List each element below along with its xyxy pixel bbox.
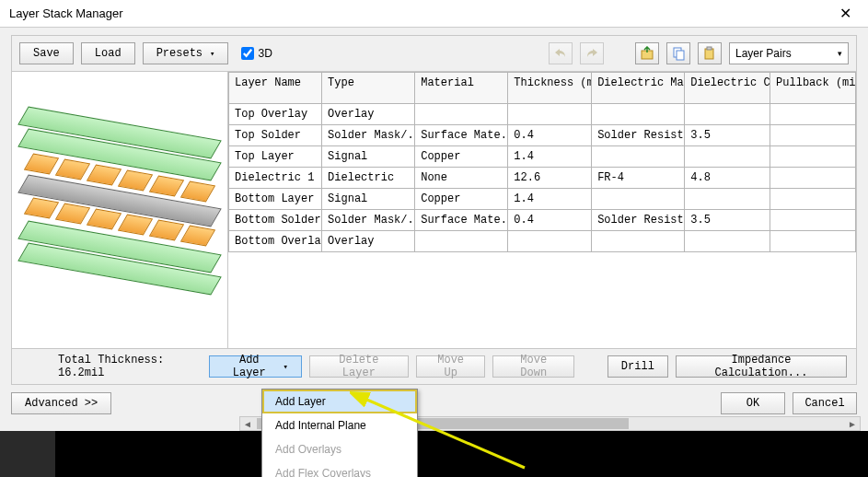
svg-rect-4 (707, 47, 712, 50)
table-cell[interactable]: 0.4 (508, 125, 592, 146)
table-cell[interactable]: 3.5 (685, 125, 770, 146)
table-cell[interactable] (770, 146, 856, 168)
table-row[interactable]: Top SolderSolder Mask/...Surface Mate...… (229, 125, 856, 146)
table-cell[interactable]: Copper (415, 189, 508, 210)
table-cell[interactable]: Bottom Layer (229, 189, 322, 210)
table-cell[interactable] (685, 146, 770, 168)
table-cell[interactable] (770, 189, 856, 210)
table-cell[interactable] (770, 231, 856, 252)
table-cell[interactable]: Solder Resist (592, 210, 685, 231)
table-cell[interactable]: Bottom Overlay (229, 231, 322, 252)
paste-icon[interactable] (698, 42, 722, 64)
table-cell[interactable]: Surface Mate... (415, 210, 508, 231)
column-header[interactable]: Layer Name (229, 73, 322, 104)
table-row[interactable]: Bottom SolderSolder Mask/...Surface Mate… (229, 210, 856, 231)
table-cell[interactable]: 1.4 (508, 146, 592, 168)
menu-item[interactable]: Add Internal Plane (262, 413, 417, 437)
table-cell[interactable]: 0.4 (508, 210, 592, 231)
layer-table-wrap: Layer NameTypeMaterialThickness (mil)Die… (228, 72, 856, 348)
table-cell[interactable]: Signal (322, 146, 415, 168)
save-button[interactable]: Save (19, 42, 74, 64)
table-cell[interactable] (770, 104, 856, 125)
svg-rect-2 (677, 51, 684, 60)
table-cell[interactable]: Top Solder (229, 125, 322, 146)
table-cell[interactable]: Signal (322, 189, 415, 210)
impedance-button[interactable]: Impedance Calculation... (676, 355, 847, 378)
three-d-input[interactable] (241, 47, 254, 60)
layer-pairs-select[interactable]: Layer Pairs ▾ (729, 42, 849, 64)
table-cell[interactable]: Dielectric 1 (229, 168, 322, 189)
table-cell[interactable] (508, 231, 592, 252)
table-cell[interactable]: Top Layer (229, 146, 322, 168)
table-cell[interactable]: Surface Mate... (415, 125, 508, 146)
table-row[interactable]: Top OverlayOverlay (229, 104, 856, 125)
titlebar: Layer Stack Manager ✕ (0, 0, 868, 28)
delete-layer-button[interactable]: Delete Layer (309, 355, 409, 378)
column-header[interactable]: Pullback (mi (770, 73, 856, 104)
table-cell[interactable] (508, 104, 592, 125)
table-cell[interactable] (415, 231, 508, 252)
table-row[interactable]: Dielectric 1DielectricNone12.6FR-44.8 (229, 168, 856, 189)
table-cell[interactable]: Bottom Solder (229, 210, 322, 231)
drill-button[interactable]: Drill (608, 355, 668, 378)
table-cell[interactable] (685, 189, 770, 210)
column-header[interactable]: Dielectric Material (592, 73, 685, 104)
table-row[interactable]: Bottom OverlayOverlay (229, 231, 856, 252)
table-cell[interactable]: Overlay (322, 104, 415, 125)
presets-dropdown[interactable]: Presets (143, 42, 229, 64)
table-cell[interactable] (592, 189, 685, 210)
table-cell[interactable] (592, 231, 685, 252)
table-cell[interactable]: Solder Mask/... (322, 210, 415, 231)
copy-icon[interactable] (666, 42, 690, 64)
advanced-button[interactable]: Advanced >> (11, 392, 111, 414)
menu-item[interactable]: Add Layer (262, 390, 417, 413)
footer: Advanced >> OK Cancel (11, 392, 857, 414)
table-cell[interactable]: FR-4 (592, 168, 685, 189)
table-row[interactable]: Top LayerSignalCopper1.4 (229, 146, 856, 168)
scroll-left-icon[interactable]: ◄ (240, 419, 255, 429)
add-layer-dropdown[interactable]: Add Layer (209, 355, 302, 378)
layer-table[interactable]: Layer NameTypeMaterialThickness (mil)Die… (228, 72, 856, 252)
close-icon[interactable]: ✕ (832, 5, 859, 22)
table-cell[interactable]: Dielectric (322, 168, 415, 189)
table-cell[interactable] (685, 104, 770, 125)
table-cell[interactable]: Copper (415, 146, 508, 168)
table-cell[interactable] (770, 125, 856, 146)
table-cell[interactable] (685, 231, 770, 252)
table-cell[interactable] (592, 104, 685, 125)
table-cell[interactable]: Overlay (322, 231, 415, 252)
scroll-right-icon[interactable]: ► (845, 419, 860, 429)
menu-item: Add Flex Coverlays (262, 461, 417, 477)
table-cell[interactable]: 1.4 (508, 189, 592, 210)
table-cell[interactable]: Top Overlay (229, 104, 322, 125)
table-cell[interactable]: Solder Resist (592, 125, 685, 146)
add-layer-menu[interactable]: Add LayerAdd Internal PlaneAdd OverlaysA… (261, 389, 418, 477)
table-cell[interactable] (592, 146, 685, 168)
import-icon[interactable] (635, 42, 659, 64)
totals-row: Total Thickness: 16.2mil Add Layer Delet… (11, 348, 857, 385)
table-cell[interactable] (770, 168, 856, 189)
column-header[interactable]: Thickness (mil) (508, 73, 592, 104)
move-up-button[interactable]: Move Up (416, 355, 486, 378)
table-cell[interactable]: 12.6 (508, 168, 592, 189)
stack-preview (12, 72, 228, 348)
table-cell[interactable]: 4.8 (685, 168, 770, 189)
table-cell[interactable]: Solder Mask/... (322, 125, 415, 146)
column-header[interactable]: Material (415, 73, 508, 104)
redo-icon[interactable] (580, 42, 604, 64)
load-button[interactable]: Load (81, 42, 135, 64)
total-thickness-label: Total Thickness: 16.2mil (58, 354, 202, 379)
table-cell[interactable] (415, 104, 508, 125)
table-cell[interactable]: 3.5 (685, 210, 770, 231)
move-down-button[interactable]: Move Down (492, 355, 574, 378)
column-header[interactable]: Dielectric Constant (685, 73, 770, 104)
three-d-checkbox[interactable]: 3D (241, 47, 272, 60)
undo-icon[interactable] (549, 42, 573, 64)
ok-button[interactable]: OK (721, 392, 785, 414)
cancel-button[interactable]: Cancel (793, 392, 857, 414)
table-cell[interactable]: None (415, 168, 508, 189)
column-header[interactable]: Type (322, 73, 415, 104)
window-title: Layer Stack Manager (9, 6, 832, 20)
table-row[interactable]: Bottom LayerSignalCopper1.4 (229, 189, 856, 210)
table-cell[interactable] (770, 210, 856, 231)
